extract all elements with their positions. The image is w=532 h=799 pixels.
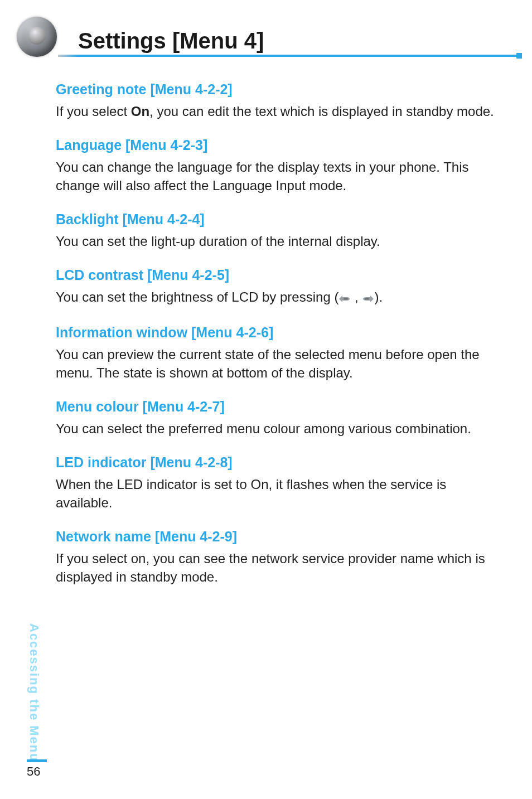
title-block: Settings [Menu 4]: [78, 28, 522, 57]
section-backlight: Backlight [Menu 4-2-4] You can set the l…: [56, 211, 500, 250]
section-body: You can change the language for the disp…: [56, 158, 500, 195]
section-heading: Network name [Menu 4-2-9]: [56, 529, 500, 545]
page-title: Settings [Menu 4]: [78, 28, 522, 55]
body-text: , you can edit the text which is display…: [149, 104, 494, 119]
side-tab-text: Accessing the Menu: [27, 623, 41, 762]
section-body: If you select On, you can edit the text …: [56, 102, 500, 120]
section-heading: Menu colour [Menu 4-2-7]: [56, 399, 500, 415]
section-heading: Information window [Menu 4-2-6]: [56, 325, 500, 341]
section-emblem-icon: [17, 17, 57, 57]
section-led-indicator: LED indicator [Menu 4-2-8] When the LED …: [56, 454, 500, 512]
section-heading: Language [Menu 4-2-3]: [56, 137, 500, 153]
key-separator: ,: [351, 289, 362, 304]
body-text: You can set the brightness of LCD by pre…: [56, 289, 338, 304]
section-heading: LED indicator [Menu 4-2-8]: [56, 454, 500, 471]
body-text: If you select: [56, 104, 131, 119]
body-bold: On: [131, 104, 149, 119]
section-heading: Greeting note [Menu 4-2-2]: [56, 81, 500, 98]
svg-rect-0: [344, 298, 348, 299]
left-nav-key-icon: [338, 289, 351, 308]
content-area: Greeting note [Menu 4-2-2] If you select…: [0, 57, 532, 586]
svg-rect-1: [365, 298, 369, 299]
section-body: You can select the preferred menu colour…: [56, 419, 500, 438]
section-body: When the LED indicator is set to On, it …: [56, 475, 500, 512]
section-heading: Backlight [Menu 4-2-4]: [56, 211, 500, 227]
section-greeting-note: Greeting note [Menu 4-2-2] If you select…: [56, 81, 500, 120]
section-information-window: Information window [Menu 4-2-6] You can …: [56, 325, 500, 382]
section-menu-colour: Menu colour [Menu 4-2-7] You can select …: [56, 399, 500, 438]
section-body: If you select on, you can see the networ…: [56, 549, 500, 586]
section-network-name: Network name [Menu 4-2-9] If you select …: [56, 529, 500, 586]
section-language: Language [Menu 4-2-3] You can change the…: [56, 137, 500, 195]
side-tab-label: Accessing the Menu: [27, 623, 41, 762]
page-header: Settings [Menu 4]: [0, 0, 532, 57]
section-body: You can set the light-up duration of the…: [56, 232, 500, 250]
section-body: You can set the brightness of LCD by pre…: [56, 288, 500, 307]
section-heading: LCD contrast [Menu 4-2-5]: [56, 267, 500, 283]
right-nav-key-icon: [362, 289, 374, 308]
body-text: ).: [374, 289, 383, 304]
page-number: 56: [27, 759, 47, 779]
title-underline: [78, 55, 522, 57]
section-lcd-contrast: LCD contrast [Menu 4-2-5] You can set th…: [56, 267, 500, 307]
section-body: You can preview the current state of the…: [56, 345, 500, 382]
